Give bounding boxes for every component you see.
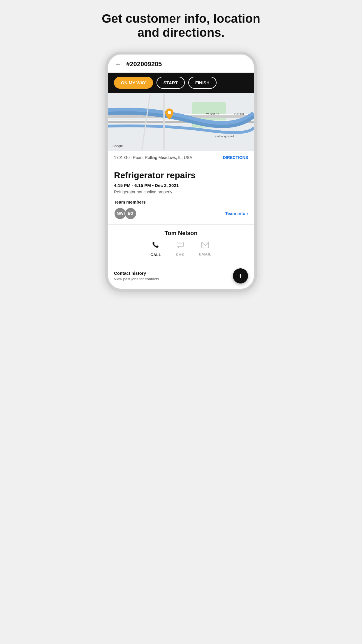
contact-section: Tom Nelson CALL [108, 225, 254, 263]
svg-rect-12 [177, 242, 183, 247]
call-label: CALL [150, 253, 161, 257]
on-my-way-button[interactable]: ON MY WAY [114, 77, 153, 89]
sms-icon [176, 241, 184, 251]
back-button[interactable]: ← [115, 60, 122, 68]
contact-actions: CALL SMS [114, 241, 248, 257]
job-time: 4:15 PM - 6:15 PM • Dec 2, 2021 [114, 183, 248, 188]
svg-text:Golf Rd: Golf Rd [234, 112, 244, 116]
sms-action[interactable]: SMS [176, 241, 184, 257]
call-action[interactable]: CALL [150, 241, 161, 257]
job-details: Refrigerator repairs 4:15 PM - 6:15 PM •… [108, 164, 254, 225]
finish-button[interactable]: FINISH [188, 77, 217, 89]
address-text: 1701 Golf Road, Rolling Meadows, IL, USA [114, 155, 192, 160]
map-pin [165, 108, 173, 122]
app-header: ← #202009205 [108, 55, 254, 73]
contact-name: Tom Nelson [114, 230, 248, 237]
status-bar: ON MY WAY START FINISH [108, 73, 254, 93]
team-info-link[interactable]: Team info › [225, 211, 248, 216]
job-description: Refrigerator not cooling properly [114, 190, 248, 194]
sms-label: SMS [176, 253, 184, 257]
map-view[interactable]: W Golf Rd Golf Rd E Algonquin Rd Google [108, 93, 254, 151]
contact-history-desc: View past jobs for contacts [114, 277, 159, 281]
add-contact-button[interactable]: + [233, 268, 248, 284]
contact-history-text: Contact history View past jobs for conta… [114, 271, 159, 281]
job-title: Refrigerator repairs [114, 170, 248, 181]
svg-text:E Algonquin Rd: E Algonquin Rd [215, 134, 234, 138]
call-icon [152, 241, 160, 251]
team-avatars: MW EG [114, 207, 135, 220]
svg-text:W Golf Rd: W Golf Rd [206, 112, 219, 116]
page-headline: Get customer info, location and directio… [94, 12, 268, 40]
contact-history-title: Contact history [114, 271, 159, 276]
email-icon [201, 241, 209, 250]
svg-point-11 [168, 111, 171, 114]
job-number: #202009205 [126, 60, 162, 68]
google-label: Google [112, 144, 123, 148]
email-label: EMAIL [199, 252, 212, 256]
email-action[interactable]: EMAIL [199, 241, 212, 257]
avatar-eg: EG [124, 207, 137, 220]
address-row: 1701 Golf Road, Rolling Meadows, IL, USA… [108, 151, 254, 164]
directions-button[interactable]: DIRECTIONS [223, 155, 248, 160]
phone-frame: ← #202009205 ON MY WAY START FINISH W Go… [105, 52, 257, 292]
team-label: Team members [114, 200, 248, 204]
contact-history-section: Contact history View past jobs for conta… [108, 263, 254, 289]
start-button[interactable]: START [157, 77, 185, 89]
team-row: MW EG Team info › [114, 207, 248, 220]
